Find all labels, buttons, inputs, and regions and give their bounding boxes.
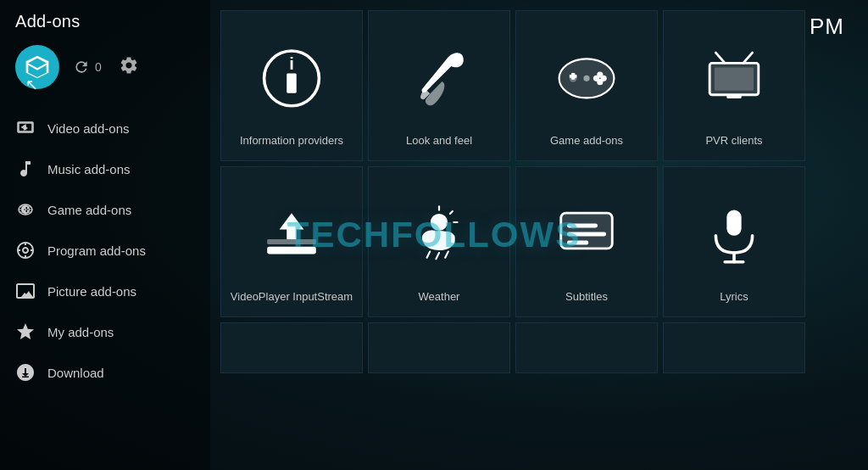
settings-button[interactable] — [119, 55, 139, 79]
svg-rect-40 — [567, 241, 588, 245]
look-and-feel-label: Look and feel — [406, 134, 472, 148]
svg-rect-6 — [287, 74, 297, 93]
weather-label: Weather — [419, 290, 460, 305]
svg-rect-39 — [567, 232, 606, 236]
svg-line-35 — [445, 252, 448, 258]
cursor: ↖ — [25, 76, 38, 94]
sidebar-item-game-label: Game add-ons — [47, 203, 131, 217]
svg-rect-24 — [267, 239, 316, 244]
svg-line-20 — [715, 53, 725, 63]
game-addons-label: Game add-ons — [550, 134, 623, 148]
refresh-button[interactable]: 0 — [73, 59, 102, 76]
lyrics-label: Lyrics — [720, 290, 748, 305]
svg-line-28 — [450, 211, 453, 214]
sidebar-nav: Video add-ons Music add-ons — [0, 108, 210, 393]
svg-point-26 — [431, 214, 448, 231]
grid-row-1: i Information providers — [220, 10, 858, 161]
sidebar-item-my-label: My add-ons — [47, 325, 114, 339]
info-providers-label: Information providers — [240, 134, 343, 148]
grid-cell-pvr-clients[interactable]: PVR clients — [663, 10, 805, 161]
weather-icon — [409, 204, 470, 265]
svg-point-16 — [583, 76, 589, 81]
svg-rect-38 — [567, 223, 598, 227]
sidebar-item-program-label: Program add-ons — [47, 243, 146, 258]
sidebar-item-video-label: Video add-ons — [47, 121, 129, 136]
grid-cell-weather[interactable]: Weather — [368, 166, 510, 317]
sidebar-item-program-addons[interactable]: Program add-ons — [0, 230, 210, 271]
svg-line-21 — [743, 53, 753, 63]
sidebar-item-download[interactable]: Download — [0, 352, 210, 393]
svg-text:i: i — [289, 54, 294, 73]
download-icon — [15, 362, 36, 383]
svg-point-32 — [438, 232, 455, 245]
sidebar-item-picture-addons[interactable]: Picture add-ons — [0, 271, 210, 311]
sidebar-item-download-label: Download — [47, 366, 104, 380]
main-content: 3:40 PM i Information providers — [210, 0, 868, 470]
grid-cell-partial-3[interactable] — [515, 322, 658, 373]
sidebar-item-game-addons[interactable]: Game add-ons — [0, 189, 210, 230]
subtitles-icon — [556, 204, 617, 265]
svg-rect-19 — [715, 67, 754, 90]
grid-cell-partial-1[interactable] — [220, 322, 363, 373]
svg-rect-41 — [726, 210, 741, 236]
svg-rect-22 — [726, 95, 741, 98]
page-title: Add-ons — [15, 12, 81, 31]
settings-icon — [119, 55, 139, 76]
addon-box-button[interactable]: ↖ — [15, 45, 59, 89]
grid-cell-look-and-feel[interactable]: Look and feel — [368, 10, 510, 161]
sidebar-item-picture-label: Picture add-ons — [47, 284, 136, 299]
info-providers-icon: i — [261, 48, 322, 109]
music-icon — [15, 159, 36, 179]
sidebar-item-music-addons[interactable]: Music add-ons — [0, 148, 210, 189]
videoplayer-label: VideoPlayer InputStream — [231, 290, 353, 305]
star-icon — [15, 322, 36, 342]
grid-cell-subtitles[interactable]: Subtitles — [515, 166, 658, 317]
refresh-count: 0 — [95, 60, 102, 74]
svg-point-13 — [601, 76, 607, 81]
picture-icon — [15, 281, 36, 301]
svg-point-12 — [593, 76, 599, 81]
sidebar-item-music-label: Music add-ons — [47, 162, 131, 176]
sidebar-item-video-addons[interactable]: Video add-ons — [0, 108, 210, 148]
grid-cell-game-addons[interactable]: Game add-ons — [515, 10, 658, 161]
grid-cell-videoplayer[interactable]: VideoPlayer InputStream — [220, 166, 363, 317]
look-and-feel-icon — [409, 48, 470, 109]
program-icon — [15, 240, 36, 260]
svg-rect-23 — [267, 247, 316, 255]
game-addons-icon — [556, 48, 617, 109]
videoplayer-icon — [261, 204, 322, 265]
sidebar-header: Add-ons — [0, 0, 210, 40]
subtitles-label: Subtitles — [565, 290, 608, 305]
grid-cell-lyrics[interactable]: Lyrics — [663, 166, 805, 317]
lyrics-icon — [704, 204, 765, 265]
pvr-clients-label: PVR clients — [705, 134, 762, 148]
grid-cell-partial-2[interactable] — [368, 322, 510, 373]
svg-rect-15 — [571, 73, 575, 80]
game-icon — [15, 199, 36, 220]
grid-cell-partial-4[interactable] — [663, 322, 805, 373]
grid-row-2: VideoPlayer InputStream — [220, 166, 858, 317]
refresh-icon — [73, 59, 90, 76]
grid-cell-info-providers[interactable]: i Information providers — [220, 10, 363, 161]
addon-icon-row: ↖ 0 — [0, 40, 210, 104]
svg-line-34 — [436, 253, 439, 259]
video-icon — [15, 118, 36, 138]
pvr-clients-icon — [704, 48, 765, 109]
svg-line-33 — [427, 252, 431, 258]
grid-row-3-partial — [220, 322, 858, 373]
sidebar: Add-ons ↖ 0 — [0, 0, 210, 470]
svg-marker-25 — [280, 213, 304, 239]
sidebar-item-my-addons[interactable]: My add-ons — [0, 311, 210, 352]
